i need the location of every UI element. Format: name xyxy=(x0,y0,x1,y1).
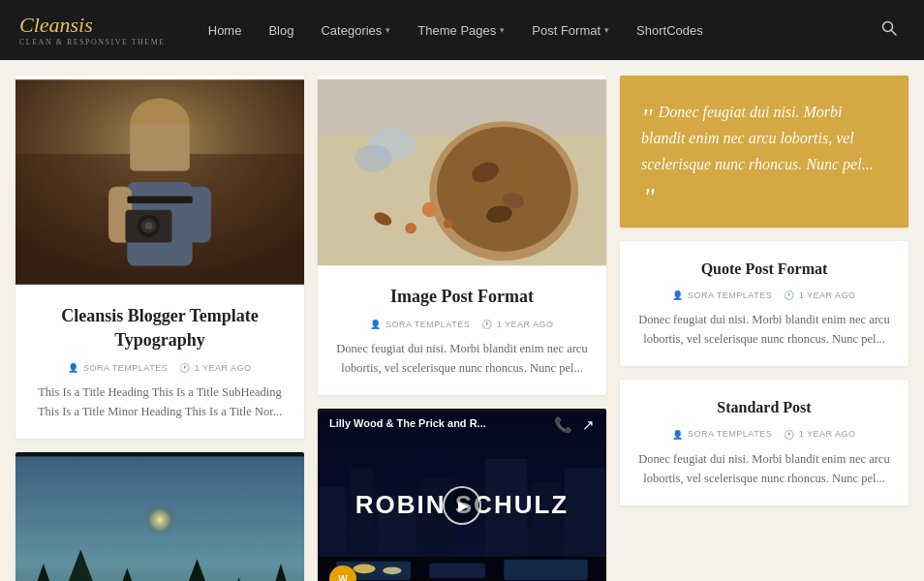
time-meta: 1 YEAR AGO xyxy=(179,362,251,373)
navbar: Cleansis CLEAN & RESPONSIVE THEME Home B… xyxy=(0,0,924,60)
share-icon: ↗ xyxy=(582,416,595,434)
card-title: Cleansis Blogger Template Typography xyxy=(33,304,287,352)
clock-icon xyxy=(179,362,191,373)
card2-time: 1 YEAR AGO xyxy=(481,319,553,329)
svg-line-1 xyxy=(892,31,897,36)
search-icon[interactable] xyxy=(874,20,905,40)
card-image-woman xyxy=(15,76,304,289)
svg-point-35 xyxy=(354,144,391,172)
logo-text: Cleansis xyxy=(19,15,166,36)
svg-point-37 xyxy=(405,223,416,234)
card-image-post: Image Post Format SORA TEMPLATES 1 YEAR … xyxy=(318,76,606,395)
robin-schulz-thumb: Lilly Wood & The Prick and R... 📞 ↗ ROBI… xyxy=(318,409,606,581)
card7-excerpt: Donec feugiat dui nisi. Morbi blandit en… xyxy=(637,449,891,488)
nav-item-blog[interactable]: Blog xyxy=(255,0,307,60)
food-image xyxy=(318,76,606,269)
card2-meta: SORA TEMPLATES 1 YEAR AGO xyxy=(335,319,589,329)
clock-icon-2 xyxy=(481,319,493,329)
nav-item-theme-pages[interactable]: Theme Pages ▾ xyxy=(404,0,518,60)
nav-links: Home Blog Categories ▾ Theme Pages ▾ Pos… xyxy=(195,0,874,60)
chevron-down-icon: ▾ xyxy=(604,25,609,35)
card-video-robin-schulz: Lilly Wood & The Prick and R... 📞 ↗ ROBI… xyxy=(318,409,606,581)
nav-item-post-format[interactable]: Post Format ▾ xyxy=(518,0,623,60)
clock-icon-7 xyxy=(784,429,795,440)
card2-title: Image Post Format xyxy=(335,285,589,309)
svg-point-29 xyxy=(437,127,570,252)
video-title-text: Lilly Wood & The Prick and R... xyxy=(329,416,486,430)
logo[interactable]: Cleansis CLEAN & RESPONSIVE THEME xyxy=(19,15,166,46)
card7-meta: SORA TEMPLATES 1 YEAR AGO xyxy=(637,429,891,440)
video-top-row: Lilly Wood & The Prick and R... 📞 ↗ xyxy=(329,416,595,434)
card-standard-post: Standard Post SORA TEMPLATES 1 YEAR AGO … xyxy=(620,380,909,505)
svg-point-36 xyxy=(422,202,437,217)
svg-rect-15 xyxy=(15,79,304,284)
card6-title: Quote Post Format xyxy=(637,259,891,280)
phone-icon: 📞 xyxy=(554,416,572,434)
card7-title: Standard Post xyxy=(637,397,891,418)
person-icon-7 xyxy=(672,429,684,440)
card7-author: SORA TEMPLATES xyxy=(672,429,772,440)
video-action-icons: 📞 ↗ xyxy=(554,416,595,434)
quote-close-mark: " xyxy=(643,182,655,212)
play-icon: ▶ xyxy=(458,498,469,514)
play-button-overlay[interactable]: ▶ xyxy=(443,486,481,525)
clock-icon-6 xyxy=(784,290,795,300)
card6-time: 1 YEAR AGO xyxy=(784,290,855,300)
card6-excerpt: Donec feugiat dui nisi. Morbi blandit en… xyxy=(637,310,891,349)
person-icon-2 xyxy=(370,319,382,329)
quote-content: " Donec feugiat dui nisi. Morbi blandit … xyxy=(641,99,887,204)
card-excerpt: This Is a Title Heading This Is a Title … xyxy=(33,382,287,421)
svg-point-17 xyxy=(123,494,198,568)
column-1: Cleansis Blogger Template Typography SOR… xyxy=(15,76,304,581)
card-meta: SORA TEMPLATES 1 YEAR AGO xyxy=(33,362,287,373)
nav-item-home[interactable]: Home xyxy=(195,0,256,60)
nav-item-categories[interactable]: Categories ▾ xyxy=(307,0,404,60)
card-video-forest: ▶ 00:00 03:22 🔊 xyxy=(15,452,304,581)
person-icon-6 xyxy=(672,290,684,300)
spacer xyxy=(329,575,595,581)
column-2: Image Post Format SORA TEMPLATES 1 YEAR … xyxy=(318,76,606,581)
card7-time: 1 YEAR AGO xyxy=(784,429,855,440)
card-quote-gold: " Donec feugiat dui nisi. Morbi blandit … xyxy=(620,76,909,228)
author-meta: SORA TEMPLATES xyxy=(68,362,168,373)
nav-item-shortcodes[interactable]: ShortCodes xyxy=(623,0,717,60)
card-typography: Cleansis Blogger Template Typography SOR… xyxy=(15,76,304,439)
chevron-down-icon: ▾ xyxy=(385,25,390,35)
card6-author: SORA TEMPLATES xyxy=(672,290,772,300)
card6-meta: SORA TEMPLATES 1 YEAR AGO xyxy=(637,290,891,300)
quote-open-mark: " xyxy=(641,103,653,133)
card2-excerpt: Donec feugiat dui nisi. Morbi blandit en… xyxy=(335,339,589,378)
person-icon xyxy=(68,362,79,373)
artist-name: ROBIN xyxy=(355,490,455,519)
svg-point-38 xyxy=(444,219,453,229)
column-3: " Donec feugiat dui nisi. Morbi blandit … xyxy=(620,76,909,581)
card-quote-post-format: Quote Post Format SORA TEMPLATES 1 YEAR … xyxy=(620,241,909,366)
chevron-down-icon: ▾ xyxy=(500,25,505,35)
card2-body: Image Post Format SORA TEMPLATES 1 YEAR … xyxy=(318,269,606,395)
card-body-typography: Cleansis Blogger Template Typography SOR… xyxy=(15,289,304,439)
card2-author: SORA TEMPLATES xyxy=(370,319,470,329)
logo-subtitle: CLEAN & RESPONSIVE THEME xyxy=(19,38,166,46)
main-content: Cleansis Blogger Template Typography SOR… xyxy=(0,60,924,581)
